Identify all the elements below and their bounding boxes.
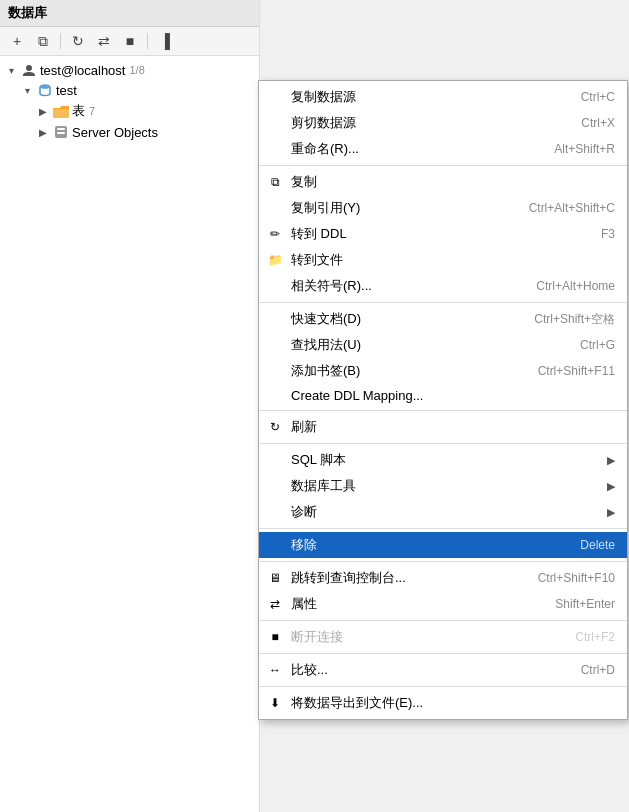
copy-button[interactable]: ⧉ <box>32 30 54 52</box>
rename-shortcut: Alt+Shift+R <box>554 142 615 156</box>
cut-datasource-shortcut: Ctrl+X <box>581 116 615 130</box>
copy-ref-shortcut: Ctrl+Alt+Shift+C <box>529 201 615 215</box>
toolbar-separator-2 <box>147 33 148 49</box>
menu-item-copy-ref[interactable]: 复制引用(Y)Ctrl+Alt+Shift+C <box>259 195 627 221</box>
menu-item-disconnect: ■断开连接Ctrl+F2 <box>259 624 627 650</box>
menu-separator-16 <box>259 443 627 444</box>
folder-icon <box>53 103 69 119</box>
tree-item-server-objects[interactable]: ▶ Server Objects <box>0 122 259 142</box>
menu-separator-25 <box>259 620 627 621</box>
goto-console-label: 跳转到查询控制台... <box>291 569 406 587</box>
refresh-label: 刷新 <box>291 418 317 436</box>
goto-ddl-label: 转到 DDL <box>291 225 347 243</box>
remove-shortcut: Delete <box>580 538 615 552</box>
find-usages-label: 查找用法(U) <box>291 336 361 354</box>
svg-rect-4 <box>57 132 65 134</box>
copy-label: 复制 <box>291 173 317 191</box>
compare-shortcut: Ctrl+D <box>581 663 615 677</box>
user-icon <box>21 62 37 78</box>
properties-shortcut: Shift+Enter <box>555 597 615 611</box>
menu-item-related-symbol[interactable]: 相关符号(R)...Ctrl+Alt+Home <box>259 273 627 299</box>
export-label: 将数据导出到文件(E)... <box>291 694 423 712</box>
menu-separator-9 <box>259 302 627 303</box>
diagnose-label: 诊断 <box>291 503 317 521</box>
tree-item-database[interactable]: ▾ test <box>0 80 259 100</box>
panel-title: 数据库 <box>0 0 259 27</box>
menu-item-create-ddl-mapping[interactable]: Create DDL Mapping... <box>259 384 627 407</box>
menu-separator-14 <box>259 410 627 411</box>
properties-icon: ⇄ <box>267 596 283 612</box>
remove-label: 移除 <box>291 536 317 554</box>
svg-rect-3 <box>57 128 65 130</box>
root-label: test@localhost <box>40 63 125 78</box>
tree-item-root[interactable]: ▾ test@localhost 1/8 <box>0 60 259 80</box>
menu-item-goto-file[interactable]: 📁转到文件 <box>259 247 627 273</box>
menu-item-quick-doc[interactable]: 快速文档(D)Ctrl+Shift+空格 <box>259 306 627 332</box>
rename-label: 重命名(R)... <box>291 140 359 158</box>
menu-item-goto-ddl[interactable]: ✏转到 DDLF3 <box>259 221 627 247</box>
expand-arrow-root: ▾ <box>4 63 18 77</box>
add-bookmark-shortcut: Ctrl+Shift+F11 <box>538 364 615 378</box>
compare-button[interactable]: ⇄ <box>93 30 115 52</box>
compare-icon: ↔ <box>267 662 283 678</box>
create-ddl-mapping-label: Create DDL Mapping... <box>291 388 423 403</box>
properties-label: 属性 <box>291 595 317 613</box>
goto-console-icon: 🖥 <box>267 570 283 586</box>
quick-doc-shortcut: Ctrl+Shift+空格 <box>534 311 615 328</box>
svg-point-1 <box>40 85 50 89</box>
menu-item-copy-datasource[interactable]: 复制数据源Ctrl+C <box>259 84 627 110</box>
copy-datasource-label: 复制数据源 <box>291 88 356 106</box>
copy-ref-label: 复制引用(Y) <box>291 199 360 217</box>
compare-label: 比较... <box>291 661 328 679</box>
menu-item-properties[interactable]: ⇄属性Shift+Enter <box>259 591 627 617</box>
goto-ddl-shortcut: F3 <box>601 227 615 241</box>
menu-item-refresh[interactable]: ↻刷新 <box>259 414 627 440</box>
menu-item-cut-datasource[interactable]: 剪切数据源Ctrl+X <box>259 110 627 136</box>
menu-item-compare[interactable]: ↔比较...Ctrl+D <box>259 657 627 683</box>
menu-item-rename[interactable]: 重命名(R)...Alt+Shift+R <box>259 136 627 162</box>
database-icon <box>37 82 53 98</box>
disconnect-icon: ■ <box>267 629 283 645</box>
toolbar-separator <box>60 33 61 49</box>
copy-icon: ⧉ <box>267 174 283 190</box>
menu-item-remove[interactable]: 移除Delete <box>259 532 627 558</box>
server-objects-label: Server Objects <box>72 125 158 140</box>
goto-file-label: 转到文件 <box>291 251 343 269</box>
disconnect-label: 断开连接 <box>291 628 343 646</box>
add-bookmark-label: 添加书签(B) <box>291 362 360 380</box>
menu-item-goto-console[interactable]: 🖥跳转到查询控制台...Ctrl+Shift+F10 <box>259 565 627 591</box>
goto-console-shortcut: Ctrl+Shift+F10 <box>538 571 615 585</box>
sql-script-label: SQL 脚本 <box>291 451 346 469</box>
more-button[interactable]: ▐ <box>154 30 176 52</box>
menu-item-find-usages[interactable]: 查找用法(U)Ctrl+G <box>259 332 627 358</box>
disconnect-shortcut: Ctrl+F2 <box>575 630 615 644</box>
cut-datasource-label: 剪切数据源 <box>291 114 356 132</box>
stop-button[interactable]: ■ <box>119 30 141 52</box>
db-tools-label: 数据库工具 <box>291 477 356 495</box>
menu-separator-27 <box>259 653 627 654</box>
related-symbol-label: 相关符号(R)... <box>291 277 372 295</box>
find-usages-shortcut: Ctrl+G <box>580 338 615 352</box>
table-count: 7 <box>89 105 95 117</box>
menu-item-sql-script[interactable]: SQL 脚本▶ <box>259 447 627 473</box>
expand-arrow-db: ▾ <box>20 83 34 97</box>
tree: ▾ test@localhost 1/8 ▾ test ▶ <box>0 56 259 146</box>
menu-item-export[interactable]: ⬇将数据导出到文件(E)... <box>259 690 627 716</box>
context-menu: 复制数据源Ctrl+C剪切数据源Ctrl+X重命名(R)...Alt+Shift… <box>258 80 628 720</box>
add-button[interactable]: + <box>6 30 28 52</box>
menu-item-db-tools[interactable]: 数据库工具▶ <box>259 473 627 499</box>
menu-item-add-bookmark[interactable]: 添加书签(B)Ctrl+Shift+F11 <box>259 358 627 384</box>
menu-separator-22 <box>259 561 627 562</box>
tree-item-table[interactable]: ▶ 表 7 <box>0 100 259 122</box>
menu-item-copy[interactable]: ⧉复制 <box>259 169 627 195</box>
menu-separator-20 <box>259 528 627 529</box>
menu-separator-3 <box>259 165 627 166</box>
expand-arrow-server: ▶ <box>36 125 50 139</box>
quick-doc-label: 快速文档(D) <box>291 310 361 328</box>
related-symbol-shortcut: Ctrl+Alt+Home <box>536 279 615 293</box>
refresh-button[interactable]: ↻ <box>67 30 89 52</box>
goto-file-icon: 📁 <box>267 252 283 268</box>
toolbar: + ⧉ ↻ ⇄ ■ ▐ <box>0 27 259 56</box>
export-icon: ⬇ <box>267 695 283 711</box>
menu-item-diagnose[interactable]: 诊断▶ <box>259 499 627 525</box>
